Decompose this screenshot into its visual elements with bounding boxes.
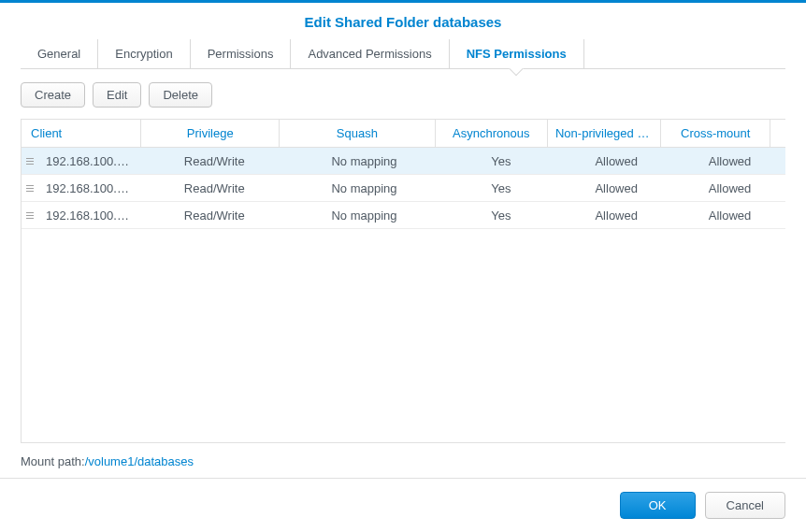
cell-cross: Allowed [674,149,785,174]
toolbar: Create Edit Delete [21,69,785,119]
col-cross[interactable]: Cross-mount [661,120,770,147]
cell-nonpriv: Allowed [558,149,674,174]
cancel-button[interactable]: Cancel [705,492,785,519]
cell-privilege: Read/Write [144,149,285,174]
tab-advanced-permissions[interactable]: Advanced Permissions [291,39,449,68]
col-client[interactable]: Client [22,120,141,147]
col-nonpriv[interactable]: Non-privileged p… [548,120,661,147]
cell-client: 192.168.100.… [38,176,144,201]
nfs-rules-table: Client Privilege Squash Asynchronous Non… [21,119,785,443]
table-header: Client Privilege Squash Asynchronous Non… [22,120,785,148]
cell-squash: No mapping [285,176,444,201]
cell-async: Yes [443,203,558,228]
cell-squash: No mapping [285,149,444,174]
content-area: General Encryption Permissions Advanced … [0,39,806,478]
cell-squash: No mapping [285,203,444,228]
cell-async: Yes [443,176,558,201]
mount-path-value: /volume1/databases [85,454,194,468]
col-squash[interactable]: Squash [280,120,435,147]
mount-path: Mount path:/volume1/databases [21,443,785,478]
col-privilege[interactable]: Privilege [141,120,280,147]
cell-client: 192.168.100.… [38,149,144,174]
table-row[interactable]: 192.168.100.… Read/Write No mapping Yes … [22,175,785,202]
table-row[interactable]: 192.168.100.… Read/Write No mapping Yes … [22,202,785,229]
tab-nfs-permissions[interactable]: NFS Permissions [450,39,584,68]
dialog-title: Edit Shared Folder databases [0,3,806,39]
cell-client: 192.168.100.… [38,203,144,228]
table-row[interactable]: 192.168.100.… Read/Write No mapping Yes … [22,148,785,175]
edit-button[interactable]: Edit [93,82,141,108]
cell-cross: Allowed [674,176,785,201]
cell-async: Yes [443,149,558,174]
cell-nonpriv: Allowed [558,176,674,201]
tab-permissions[interactable]: Permissions [191,39,292,68]
ok-button[interactable]: OK [620,492,696,519]
drag-handle-icon[interactable] [22,175,38,201]
drag-handle-icon[interactable] [22,202,38,228]
col-async[interactable]: Asynchronous [436,120,548,147]
tab-bar: General Encryption Permissions Advanced … [21,39,785,69]
mount-path-label: Mount path: [21,454,85,468]
drag-handle-icon[interactable] [22,148,38,174]
tab-general[interactable]: General [21,39,98,68]
cell-nonpriv: Allowed [558,203,674,228]
create-button[interactable]: Create [21,82,85,108]
tab-encryption[interactable]: Encryption [98,39,190,68]
cell-cross: Allowed [674,203,785,228]
dialog-footer: OK Cancel [0,478,806,532]
cell-privilege: Read/Write [144,176,285,201]
col-extra [770,120,785,147]
cell-privilege: Read/Write [144,203,285,228]
delete-button[interactable]: Delete [149,82,212,108]
